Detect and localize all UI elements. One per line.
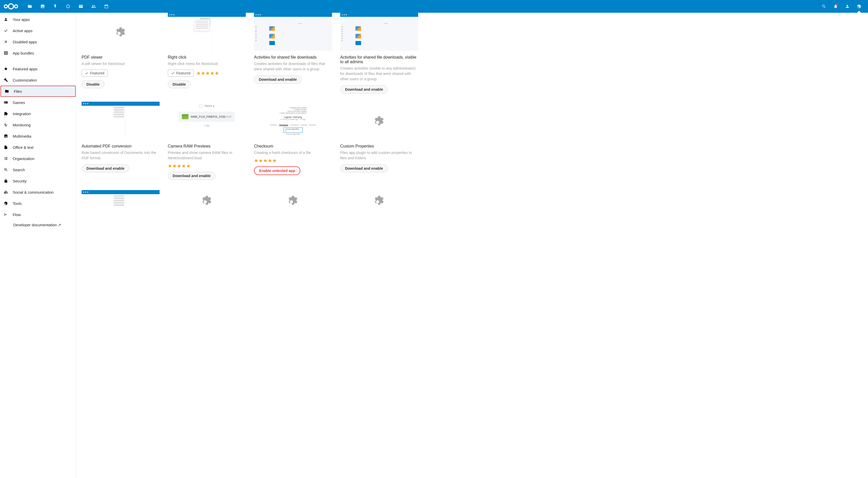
sidebar-item-label: Featured apps bbox=[13, 67, 37, 71]
app-thumbnail bbox=[340, 190, 418, 210]
contacts-menu-icon[interactable] bbox=[841, 0, 853, 13]
nav-photos-icon[interactable] bbox=[36, 0, 49, 13]
app-card[interactable] bbox=[82, 190, 160, 210]
search-icon[interactable] bbox=[818, 0, 830, 13]
app-card[interactable]: TodayActivities for shared file download… bbox=[254, 13, 332, 94]
sidebar-item-files[interactable]: Files bbox=[1, 86, 76, 97]
folder-icon bbox=[5, 89, 9, 94]
app-action-button[interactable]: Download and enable bbox=[340, 164, 388, 172]
sidebar-item-app-bundles[interactable]: App bundles bbox=[0, 47, 76, 59]
wrench-icon bbox=[4, 78, 8, 82]
svg-point-3 bbox=[8, 4, 13, 9]
app-action-button[interactable]: Disable bbox=[82, 80, 104, 89]
developer-docs-link[interactable]: Developer documentation ↗ bbox=[0, 220, 76, 230]
security-icon bbox=[4, 179, 8, 183]
sidebar-item-organization[interactable]: Organization bbox=[0, 153, 76, 164]
app-title: Checksum bbox=[254, 144, 332, 148]
sidebar-item-multimedia[interactable]: Multimedia bbox=[0, 131, 76, 142]
app-card[interactable]: • Replace entry points• Delete old files… bbox=[254, 102, 332, 180]
nav-files-icon[interactable] bbox=[24, 0, 36, 13]
app-description: Rule based conversion of Documents into … bbox=[82, 150, 160, 161]
app-action-button[interactable]: Download and enable bbox=[340, 86, 388, 94]
app-action-button[interactable]: Enable untested app bbox=[254, 166, 300, 175]
top-right bbox=[818, 0, 865, 13]
integration-icon bbox=[4, 111, 8, 116]
nav-activity-icon[interactable] bbox=[49, 0, 62, 13]
sidebar-item-label: Games bbox=[13, 100, 25, 105]
star-icon bbox=[4, 67, 8, 71]
sidebar-item-label: Search bbox=[13, 168, 25, 172]
app-card[interactable] bbox=[254, 190, 332, 210]
sidebar-item-label: Security bbox=[13, 179, 27, 183]
sidebar-item-integration[interactable]: Integration bbox=[0, 108, 76, 119]
app-action-button[interactable]: Disable bbox=[168, 80, 191, 89]
app-thumbnail bbox=[168, 190, 246, 210]
app-thumbnail: Name ▴RAW_FUJI_FINEPIX_X100.RAF1 file bbox=[168, 102, 246, 140]
sidebar-item-label: Integration bbox=[13, 112, 31, 116]
app-thumbnail: Today bbox=[340, 13, 418, 51]
app-title: Camera RAW Previews bbox=[168, 144, 246, 148]
app-action-button[interactable]: Download and enable bbox=[168, 172, 215, 180]
sidebar-item-social-communication[interactable]: Social & communication bbox=[0, 186, 76, 198]
close-icon bbox=[4, 39, 8, 44]
app-card[interactable]: Name ▴RAW_FUJI_FINEPIX_X100.RAF1 fileCam… bbox=[168, 102, 246, 180]
app-description: A pdf viewer for Nextcloud bbox=[82, 61, 160, 67]
app-card[interactable] bbox=[168, 190, 246, 210]
app-thumbnail bbox=[340, 102, 418, 140]
sidebar-item-featured-apps[interactable]: Featured apps bbox=[0, 63, 76, 74]
sidebar-item-office-text[interactable]: Office & text bbox=[0, 142, 76, 153]
app-card[interactable]: PDF viewerA pdf viewer for NextcloudFeat… bbox=[82, 13, 160, 94]
nav-calendar-icon[interactable] bbox=[100, 0, 113, 13]
notifications-icon[interactable] bbox=[830, 0, 841, 13]
sidebar-item-label: Organization bbox=[13, 157, 34, 161]
app-action-button[interactable]: Download and enable bbox=[82, 164, 129, 172]
app-title: Custom Properties bbox=[340, 144, 418, 148]
nextcloud-logo[interactable] bbox=[3, 2, 19, 10]
nav-contacts-icon[interactable] bbox=[87, 0, 100, 13]
sidebar-item-games[interactable]: Games bbox=[0, 97, 76, 108]
app-description: Creates activities for downloads of file… bbox=[254, 61, 332, 72]
app-title: Right click bbox=[168, 55, 246, 60]
top-bar bbox=[0, 0, 868, 13]
sidebar-item-active-apps[interactable]: Active apps bbox=[0, 25, 76, 36]
sidebar-item-monitoring[interactable]: Monitoring bbox=[0, 119, 76, 131]
sidebar-item-disabled-apps[interactable]: Disabled apps bbox=[0, 36, 76, 47]
sidebar-item-label: Monitoring bbox=[13, 123, 31, 127]
app-title: Activities for shared file downloads bbox=[254, 55, 332, 60]
multimedia-icon bbox=[4, 134, 8, 138]
app-action-button[interactable]: Download and enable bbox=[254, 75, 302, 83]
app-thumbnail bbox=[82, 102, 160, 140]
user-icon bbox=[4, 17, 8, 22]
search-icon bbox=[4, 167, 8, 172]
app-card[interactable]: TodayActivities for shared file download… bbox=[340, 13, 418, 94]
sidebar-item-your-apps[interactable]: Your apps bbox=[0, 14, 76, 25]
sidebar-item-flow[interactable]: Flow bbox=[0, 209, 76, 220]
app-card[interactable]: Custom PropertiesFiles app plugin to add… bbox=[340, 102, 418, 180]
app-title: Automated PDF conversion bbox=[82, 144, 160, 148]
app-thumbnail bbox=[82, 190, 160, 210]
app-title: PDF viewer bbox=[82, 55, 160, 60]
sidebar-item-label: Social & communication bbox=[13, 190, 54, 195]
games-icon bbox=[4, 100, 8, 105]
sidebar-item-label: Active apps bbox=[13, 29, 33, 33]
nav-mail-icon[interactable] bbox=[74, 0, 87, 13]
sidebar-item-search[interactable]: Search bbox=[0, 164, 76, 175]
sidebar-item-label: Your apps bbox=[13, 17, 30, 22]
app-card[interactable]: Right clickRight click menu for Nextclou… bbox=[168, 13, 246, 94]
svg-point-2 bbox=[4, 5, 7, 8]
top-nav bbox=[24, 0, 113, 13]
app-card[interactable]: Automated PDF conversionRule based conve… bbox=[82, 102, 160, 180]
nav-talk-icon[interactable] bbox=[62, 0, 74, 13]
featured-badge: Featured bbox=[168, 70, 194, 77]
sidebar-item-tools[interactable]: Tools bbox=[0, 198, 76, 209]
sidebar-item-security[interactable]: Security bbox=[0, 175, 76, 186]
bundle-icon bbox=[4, 51, 8, 55]
main-content: PDF viewerA pdf viewer for NextcloudFeat… bbox=[76, 13, 868, 478]
svg-point-4 bbox=[14, 5, 18, 8]
settings-icon[interactable] bbox=[853, 0, 865, 13]
sidebar-item-label: Tools bbox=[13, 201, 22, 206]
app-card[interactable] bbox=[340, 190, 418, 210]
sidebar-item-label: Files bbox=[14, 89, 22, 94]
sidebar-item-customization[interactable]: Customization bbox=[0, 74, 76, 86]
tools-icon bbox=[4, 201, 8, 206]
